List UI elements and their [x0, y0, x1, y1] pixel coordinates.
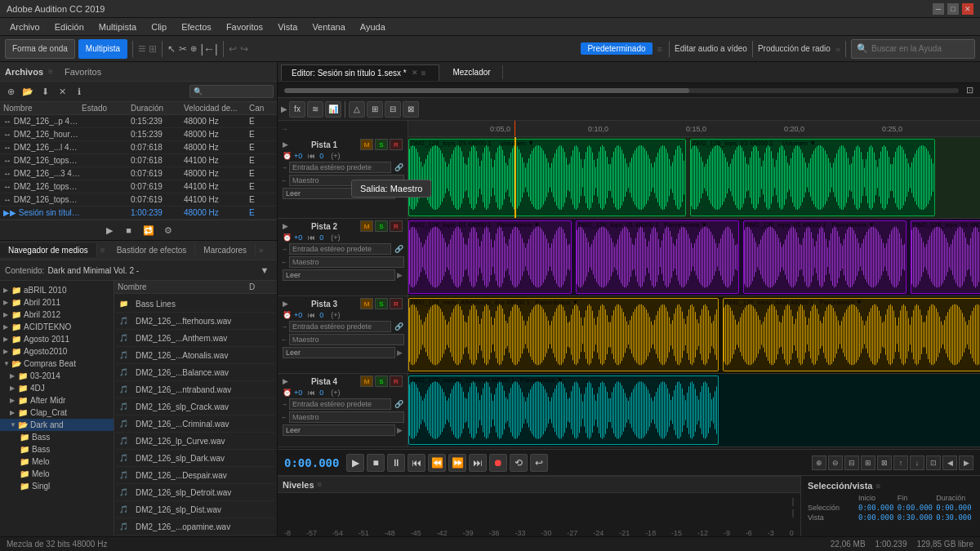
- track-4-read-btn[interactable]: Leer: [283, 424, 395, 436]
- pause-btn[interactable]: ⏸: [387, 454, 405, 472]
- zoom-out-btn[interactable]: ⊖: [828, 455, 843, 470]
- close-tab-icon[interactable]: ✕: [412, 69, 418, 77]
- snapping-btn[interactable]: ⊟: [385, 101, 401, 118]
- track-4-output-btn[interactable]: Maestro: [289, 411, 404, 423]
- track-1-clip-2[interactable]: DM2_126_tops_03 48000 1 Volumen ▼: [690, 139, 935, 216]
- cursor-tool[interactable]: ↖: [167, 43, 176, 55]
- tree-item-bass1[interactable]: 📁 Bass: [0, 431, 114, 443]
- file-row[interactable]: ↔ DM2_126_...l 48000 1.wav 0:07:618 4800…: [0, 141, 277, 154]
- undo-btn[interactable]: ↩: [229, 43, 237, 55]
- media-file-row[interactable]: 🎵 DM2_126_...opamine.wav: [116, 518, 275, 535]
- zoom-h-in[interactable]: ↑: [893, 455, 908, 470]
- more-options[interactable]: »: [835, 44, 840, 54]
- track-2-clip-1[interactable]: DM2_126_tops_01 48000 1 Panorámica ▼: [408, 220, 572, 294]
- mute-1-btn[interactable]: M: [360, 139, 373, 150]
- tree-item-abril2011[interactable]: ▶ 📁 Abril 2011: [0, 296, 114, 309]
- tree-item-clap[interactable]: ▶ 📁 Clap_Crat: [0, 407, 114, 419]
- zoom-scrollbar[interactable]: [284, 88, 959, 93]
- solo-3-btn[interactable]: S: [375, 298, 388, 309]
- zoom-h-out[interactable]: ↓: [910, 455, 924, 470]
- media-file-row[interactable]: 🎵 DM2_126_slp_Dark.wav: [116, 450, 275, 467]
- solo-2-btn[interactable]: S: [375, 220, 388, 232]
- play-preview-btn[interactable]: ▶: [102, 223, 117, 238]
- rec-1-btn[interactable]: R: [390, 139, 403, 150]
- ff-btn[interactable]: ⏩: [448, 454, 466, 472]
- track-2-output-btn[interactable]: Maestro: [289, 256, 404, 268]
- solo-1-btn[interactable]: S: [375, 139, 388, 150]
- track-expand-icon[interactable]: ▶: [283, 377, 288, 385]
- media-file-row[interactable]: 🎵 DM2_126_slp_Crack.wav: [116, 398, 275, 415]
- tree-item-acidtekno[interactable]: ▶ 📁 ACIDTEKNO: [0, 321, 114, 333]
- track-2-read-btn[interactable]: Leer: [283, 269, 395, 281]
- close-button[interactable]: ✕: [962, 3, 973, 15]
- tab-efectos[interactable]: Bastidor de efectos: [109, 243, 196, 257]
- search-input[interactable]: [871, 44, 969, 53]
- time-tool[interactable]: |←|: [200, 42, 217, 56]
- zoom-sel-btn[interactable]: ⊞: [861, 455, 875, 470]
- forma-onda-button[interactable]: Forma de onda: [5, 39, 75, 59]
- track-4-clip-1[interactable]: DM2_126_basslp_Criminal 48000 1 Panorámi…: [408, 375, 719, 445]
- tree-item-melo2[interactable]: 📁 Melo: [0, 468, 114, 480]
- scroll-right[interactable]: ▶: [959, 455, 973, 470]
- zoom-fit-btn[interactable]: ⊟: [844, 455, 859, 470]
- eq-button[interactable]: ≋: [307, 101, 323, 118]
- multipista-button[interactable]: Multipista: [78, 39, 127, 59]
- snap-toggle[interactable]: ⊠: [403, 101, 419, 118]
- tree-item-bass2[interactable]: 📁 Bass: [0, 443, 114, 455]
- mute-3-btn[interactable]: M: [360, 298, 373, 309]
- menu-archivo[interactable]: Archivo: [3, 20, 47, 33]
- play-btn[interactable]: ▶: [346, 454, 364, 472]
- tree-item-dark[interactable]: ▼ 📂 Dark and: [0, 419, 114, 431]
- track-2-clip-3[interactable]: DM2_126_tops_01 48000 1 Panorámica ▼: [743, 220, 906, 294]
- file-row[interactable]: ↔ DM2_126_hours_Arp.wav 0:15:239 48000 H…: [0, 128, 277, 141]
- rec-2-btn[interactable]: R: [390, 220, 403, 232]
- media-folder-row[interactable]: 📁 Bass Lines: [116, 295, 275, 313]
- track-3-input-btn[interactable]: Entrada estéreo predete: [289, 321, 391, 332]
- media-file-row[interactable]: 🎵 DM2_126_...ntraband.wav: [116, 381, 275, 398]
- meter-button[interactable]: 📊: [325, 101, 341, 118]
- predeterminado-menu[interactable]: ≡: [657, 44, 662, 54]
- open-file-btn[interactable]: 📂: [20, 84, 35, 99]
- files-search-input[interactable]: [204, 87, 270, 96]
- menu-favoritos[interactable]: Favoritos: [220, 20, 270, 33]
- tree-item-agosto2011[interactable]: ▶ 📁 Agosto 2011: [0, 333, 114, 345]
- autoplay-btn[interactable]: ⚙: [161, 223, 176, 238]
- menu-clip[interactable]: Clip: [145, 20, 173, 33]
- toolbar-icon-1[interactable]: ≡: [138, 42, 145, 56]
- track-expand-icon[interactable]: ▶: [283, 140, 288, 149]
- redo-btn[interactable]: ↪: [240, 43, 248, 55]
- menu-efectos[interactable]: Efectos: [175, 20, 218, 33]
- record-btn[interactable]: ⏺: [489, 454, 507, 472]
- files-menu-icon[interactable]: ≡: [48, 67, 53, 76]
- menu-ayuda[interactable]: Ayuda: [354, 20, 392, 33]
- file-row[interactable]: ↔ DM2_126_..p 48000 1.wav 0:15:239 48000…: [0, 115, 277, 128]
- media-file-row[interactable]: 🎵 DM2_126_slp_Detroit.wav: [116, 484, 275, 501]
- produccion-radio-button[interactable]: Producción de radio: [758, 44, 831, 53]
- stop-btn[interactable]: ■: [367, 454, 385, 472]
- media-file-row[interactable]: 🎵 DM2_126_...fterhours.wav: [116, 313, 275, 330]
- fit-timeline-btn[interactable]: ⊡: [962, 83, 977, 98]
- file-row[interactable]: ↔ DM2_126_tops_05.wav 0:07:619 44100 Hz …: [0, 193, 277, 207]
- levels-menu[interactable]: ≡: [318, 480, 323, 489]
- toolbar-icon-2[interactable]: ⊞: [149, 43, 157, 55]
- rec-4-btn[interactable]: R: [390, 375, 403, 387]
- tree-item-compras[interactable]: ▼ 📂 Compras Beat: [0, 358, 114, 370]
- tree-item-abril2012[interactable]: ▶ 📁 Abril 2012: [0, 309, 114, 321]
- rw-btn[interactable]: ⏪: [428, 454, 446, 472]
- tree-item-melo1[interactable]: 📁 Melo: [0, 455, 114, 468]
- selection-menu[interactable]: ≡: [876, 482, 881, 491]
- tree-item-agosto2010[interactable]: ▶ 📁 Agosto2010: [0, 345, 114, 358]
- media-file-row[interactable]: 🎵 DM2_126_...Criminal.wav: [116, 415, 275, 433]
- file-row[interactable]: ↔ DM2_126_tops_01.wav 0:07:618 44100 Hz …: [0, 154, 277, 167]
- zoom-in-btn[interactable]: ⊕: [812, 455, 826, 470]
- menu-multipista[interactable]: Multipista: [92, 20, 143, 33]
- predeterminado-button[interactable]: Predeterminado: [581, 42, 652, 55]
- tab-editor[interactable]: Editor: Sesión sin título 1.sesx * ✕ ≡: [281, 64, 439, 81]
- media-file-row[interactable]: 🎵 DM2_126_slp_Dist.wav: [116, 501, 275, 518]
- track-1-clip-1[interactable]: DM2_126_tops_03 48000 1 Volumen ▼: [408, 139, 686, 216]
- tab-menu-icon[interactable]: ≡: [418, 69, 430, 78]
- track-2-clip-2[interactable]: DM2_126_tops_01 48000 1 Panorámica ▼: [576, 220, 739, 294]
- loop-preview-btn[interactable]: 🔁: [141, 223, 156, 238]
- stop-preview-btn[interactable]: ■: [122, 223, 136, 238]
- tab-mixer[interactable]: Mezclador: [441, 65, 502, 79]
